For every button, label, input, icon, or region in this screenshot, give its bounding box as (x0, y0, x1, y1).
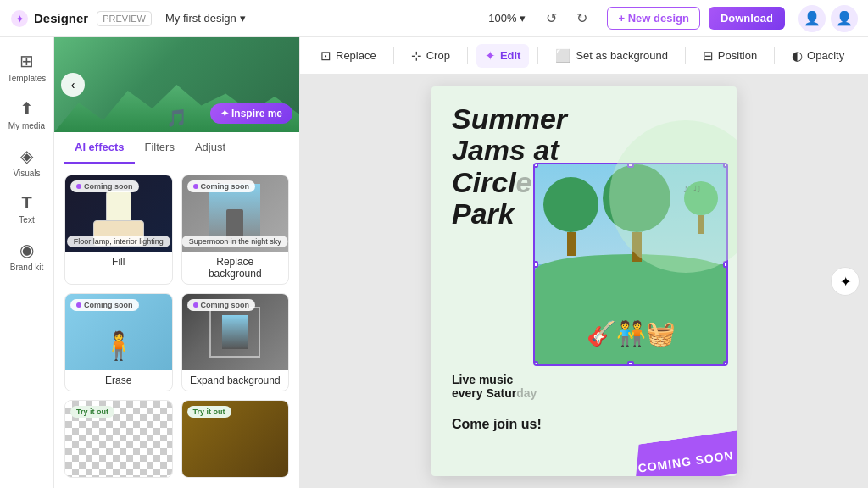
sidebar-item-label: Brand kit (10, 263, 43, 272)
my-media-icon: ⬆ (19, 98, 34, 119)
coming-soon-stamp: COMING SOON (628, 430, 737, 476)
scene-people: 🎸🧑‍🤝‍🧑🧺 (587, 319, 676, 347)
chevron-down-icon: ▾ (520, 12, 526, 25)
new-design-button[interactable]: + New design (607, 7, 699, 30)
redo-button[interactable]: ↻ (570, 7, 593, 30)
effect-inner-label: Floor lamp, interior lighting (67, 236, 170, 247)
opacity-button[interactable]: ◐ Opacity (783, 44, 853, 68)
design-name[interactable]: My first design ▾ (165, 12, 246, 25)
sidebar-item-templates[interactable]: ⊞ Templates (3, 44, 51, 90)
set-as-bg-button[interactable]: ⬜ Set as background (547, 44, 676, 68)
canvas-container: SummerJams atCirclePark (300, 75, 868, 488)
app-name: Designer (34, 11, 88, 25)
main-layout: ⊞ Templates ⬆ My media ◈ Visuals T Text … (0, 37, 868, 488)
sidebar-item-label: My media (8, 121, 45, 130)
edit-icon: ✦ (485, 48, 496, 64)
undo-button[interactable]: ↺ (539, 7, 563, 30)
download-button[interactable]: Download (709, 7, 785, 30)
try-it-badge: Try it out (187, 406, 231, 418)
effect-label: Expand background (182, 370, 289, 391)
chevron-down-icon: ▾ (240, 12, 246, 25)
design-thumbnail: 🎵 ‹ ✦ Inspire me (54, 37, 299, 132)
position-button[interactable]: ⊟ Position (694, 44, 765, 68)
coming-soon-badge: Coming soon (187, 180, 256, 192)
divider (685, 47, 686, 64)
top-nav: ✦ Designer PREVIEW My first design ▾ 100… (0, 0, 868, 37)
canvas-cta: Come join us! (452, 417, 542, 432)
effect-label: Replace background (182, 252, 289, 284)
brand-kit-icon: ◉ (19, 240, 34, 260)
sidebar-item-my-media[interactable]: ⬆ My media (3, 92, 51, 137)
effect-inner-label: Supermoon in the night sky (182, 236, 288, 247)
sidebar-item-text[interactable]: T Text (3, 186, 51, 231)
undo-redo-group: ↺ ↻ (539, 7, 593, 30)
replace-button[interactable]: ⊡ Replace (312, 44, 385, 68)
coming-soon-badge: Coming soon (70, 180, 139, 192)
canvas-area: ⊡ Replace ⊹ Crop ✦ Edit ⬜ Set as backgro… (300, 37, 868, 488)
user-actions: 👤 👤 (798, 5, 858, 32)
sparkle-icon: ✦ (840, 274, 851, 290)
effect-tryout-2[interactable]: Try it out (181, 400, 290, 478)
image-toolbar: ⊡ Replace ⊹ Crop ✦ Edit ⬜ Set as backgro… (300, 37, 868, 75)
effect-expand-bg[interactable]: Coming soon Expand background (181, 293, 290, 391)
crop-icon: ⊹ (411, 48, 422, 64)
preview-badge: PREVIEW (97, 11, 152, 26)
tree (543, 177, 598, 256)
preview-people: 🎵 (166, 108, 187, 128)
account-button[interactable]: 👤 (831, 5, 858, 32)
visuals-icon: ◈ (20, 146, 33, 166)
sidebar-item-label: Text (19, 215, 34, 225)
effect-erase[interactable]: 🧍 Coming soon Erase (64, 293, 173, 391)
inspire-button[interactable]: ✦ Inspire me (210, 103, 292, 124)
sidebar-item-brand-kit[interactable]: ◉ Brand kit (3, 233, 51, 279)
set-bg-icon: ⬜ (555, 48, 571, 64)
effect-fill[interactable]: Coming soon Floor lamp, interior lightin… (64, 175, 173, 285)
divider (537, 47, 538, 64)
text-icon: T (21, 193, 31, 213)
sparkle-button[interactable]: ✦ (831, 267, 860, 296)
divider (774, 47, 775, 64)
sidebar-item-label: Templates (8, 74, 47, 83)
divider (467, 47, 468, 64)
effect-tryout-1[interactable]: Try it out (64, 400, 173, 478)
tab-ai-effects[interactable]: AI effects (64, 132, 135, 164)
panel-prev-button[interactable]: ‹ (61, 73, 85, 97)
coming-soon-badge: Coming soon (70, 299, 139, 311)
effects-grid-container: Coming soon Floor lamp, interior lightin… (54, 164, 299, 488)
opacity-icon: ◐ (792, 48, 803, 64)
crop-button[interactable]: ⊹ Crop (403, 44, 459, 68)
edit-button[interactable]: ✦ Edit (476, 44, 530, 68)
share-button[interactable]: 👤 (798, 5, 826, 32)
effect-replace-bg[interactable]: Coming soon Supermoon in the night sky R… (181, 175, 290, 285)
try-it-badge: Try it out (70, 406, 114, 418)
canvas-subtitle: Live musicevery Saturday (452, 373, 537, 400)
divider (393, 47, 394, 64)
panel-tabs: AI effects Filters Adjust (54, 132, 299, 164)
svg-text:✦: ✦ (15, 13, 25, 25)
sidebar-item-visuals[interactable]: ◈ Visuals (3, 139, 51, 185)
templates-icon: ⊞ (19, 51, 34, 71)
effects-panel: 🎵 ‹ ✦ Inspire me AI effects Filters Adju… (54, 37, 300, 488)
zoom-control[interactable]: 100% ▾ (488, 12, 526, 25)
effects-grid: Coming soon Floor lamp, interior lightin… (64, 175, 289, 478)
tab-adjust[interactable]: Adjust (185, 132, 236, 164)
logo-icon: ✦ (10, 9, 29, 28)
replace-icon: ⊡ (320, 48, 331, 64)
effect-label: Erase (65, 370, 172, 391)
position-icon: ⊟ (703, 48, 714, 64)
sidebar: ⊞ Templates ⬆ My media ◈ Visuals T Text … (0, 37, 54, 488)
app-logo: ✦ Designer (10, 9, 88, 28)
tab-filters[interactable]: Filters (135, 132, 185, 164)
effect-label: Fill (65, 252, 172, 272)
coming-soon-badge: Coming soon (187, 299, 256, 311)
sidebar-item-label: Visuals (13, 169, 40, 178)
design-canvas[interactable]: SummerJams atCirclePark (431, 86, 737, 476)
